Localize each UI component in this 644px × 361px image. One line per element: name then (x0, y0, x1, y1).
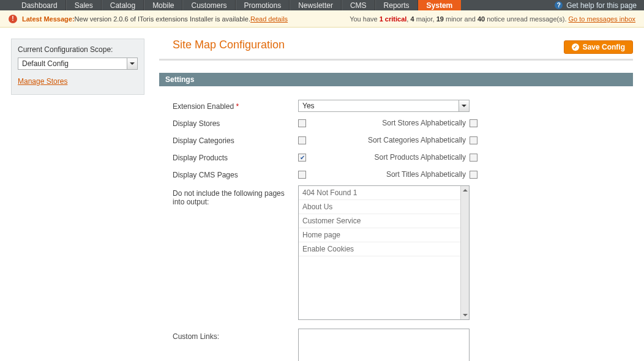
minor-count: 19 (436, 15, 444, 23)
settings-form: Extension Enabled * Yes Display Stores S… (159, 86, 633, 361)
nav-tab-cms[interactable]: CMS (342, 0, 375, 10)
nav-tab-dashboard[interactable]: Dashboard (13, 0, 66, 10)
main-content: Site Map Configuration ✓ Save Config Set… (159, 39, 633, 361)
nav-tab-newsletter[interactable]: Newsletter (290, 0, 342, 10)
required-marker: * (236, 102, 239, 111)
nav-tab-promotions[interactable]: Promotions (236, 0, 290, 10)
read-details-link[interactable]: Read details (250, 15, 288, 23)
nav-tab-reports[interactable]: Reports (375, 0, 418, 10)
extension-enabled-value: Yes (302, 102, 315, 110)
scope-box: Current Configuration Scope: Default Con… (11, 39, 144, 95)
display-products-label: Display Products (173, 152, 298, 162)
nav-tab-catalog[interactable]: Catalog (102, 0, 144, 10)
help-label: Get help for this page (566, 1, 637, 10)
settings-panel-header: Settings (159, 73, 633, 86)
display-categories-label: Display Categories (173, 135, 298, 145)
display-cms-label: Display CMS Pages (173, 169, 298, 179)
notice-count: 40 (477, 15, 485, 23)
display-cms-checkbox[interactable] (298, 171, 306, 179)
scroll-up-icon[interactable] (461, 186, 469, 195)
divider (159, 59, 633, 61)
help-icon: ? (555, 1, 563, 9)
sort-titles-label: Sort Titles Alphabetically (386, 170, 466, 179)
check-icon: ✓ (572, 43, 579, 51)
exclude-option[interactable]: 404 Not Found 1 (299, 186, 469, 200)
inbox-link[interactable]: Go to messages inbox (569, 15, 635, 23)
scrollbar[interactable] (460, 186, 469, 319)
notifications-summary: You have 1 critical, 4 major, 19 minor a… (350, 15, 635, 23)
scroll-down-icon[interactable] (461, 311, 469, 319)
manage-stores-link[interactable]: Manage Stores (18, 77, 67, 86)
page-title: Site Map Configuration (159, 39, 285, 55)
scope-select[interactable]: Default Config (18, 58, 138, 70)
exclude-pages-label: Do not include the following pages into … (173, 185, 298, 206)
save-config-label: Save Config (583, 43, 625, 51)
display-stores-checkbox[interactable] (298, 119, 306, 127)
latest-message-text: New version 2.0.6 of IToris extensions I… (75, 15, 250, 23)
nav-tab-customers[interactable]: Customers (182, 0, 235, 10)
warning-icon: ! (9, 15, 17, 23)
display-products-checkbox[interactable] (298, 154, 306, 162)
sort-stores-label: Sort Stores Alphabetically (382, 119, 466, 127)
top-nav: Dashboard Sales Catalog Mobile Customers… (0, 0, 644, 10)
scope-label: Current Configuration Scope: (18, 45, 138, 54)
exclude-pages-multiselect[interactable]: 404 Not Found 1 About Us Customer Servic… (298, 185, 470, 320)
latest-message-label: Latest Message: (22, 15, 75, 23)
extension-enabled-select[interactable]: Yes (298, 100, 470, 112)
help-link[interactable]: ? Get help for this page (555, 1, 637, 10)
nav-tab-sales[interactable]: Sales (66, 0, 102, 10)
critical-count: 1 critical (380, 15, 407, 23)
sort-products-label: Sort Products Alphabetically (375, 153, 466, 162)
chevron-down-icon (459, 100, 469, 111)
custom-links-label: Custom Links: (173, 329, 298, 341)
extension-enabled-label: Extension Enabled (173, 102, 234, 111)
sort-titles-checkbox[interactable] (470, 171, 477, 179)
display-stores-label: Display Stores (173, 118, 298, 128)
nav-tabs: Dashboard Sales Catalog Mobile Customers… (13, 0, 461, 10)
exclude-option[interactable]: Customer Service (299, 214, 469, 228)
nav-tab-system[interactable]: System (418, 0, 462, 10)
nav-tab-mobile[interactable]: Mobile (144, 0, 182, 10)
sidebar: Current Configuration Scope: Default Con… (11, 39, 144, 361)
display-categories-checkbox[interactable] (298, 136, 306, 144)
exclude-option[interactable]: Enable Cookies (299, 242, 469, 256)
exclude-option[interactable]: About Us (299, 200, 469, 214)
exclude-option[interactable]: Home page (299, 228, 469, 242)
sort-products-checkbox[interactable] (470, 154, 477, 162)
save-config-button[interactable]: ✓ Save Config (564, 40, 633, 54)
message-bar: ! Latest Message: New version 2.0.6 of I… (0, 10, 644, 28)
sort-categories-label: Sort Categories Alphabetically (368, 136, 466, 144)
sort-stores-checkbox[interactable] (470, 119, 477, 127)
scope-select-value: Default Config (22, 59, 69, 68)
custom-links-textarea[interactable] (298, 329, 470, 361)
sort-categories-checkbox[interactable] (470, 136, 477, 144)
chevron-down-icon (127, 58, 137, 69)
